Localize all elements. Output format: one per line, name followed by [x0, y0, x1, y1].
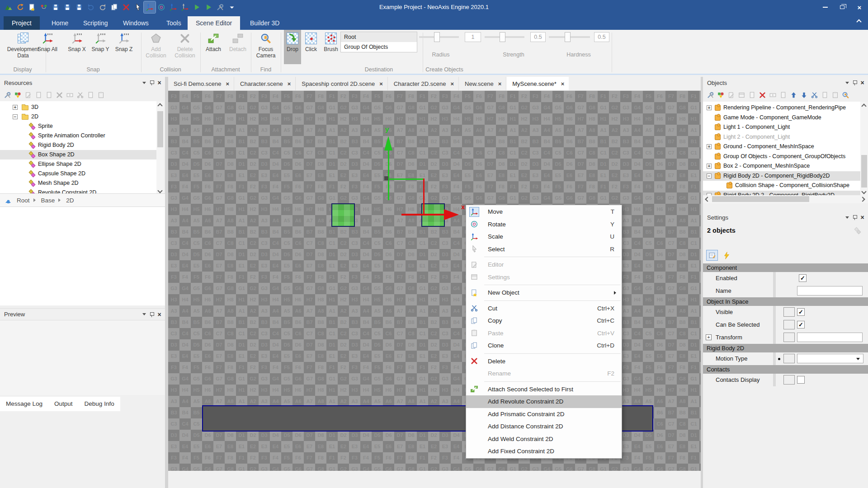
document-tab[interactable]: MyScene.scene*× [506, 77, 569, 90]
objects-tree-item[interactable]: +Box 2 - Component_MeshInSpace [703, 161, 860, 171]
delete-icon[interactable] [120, 1, 132, 13]
menu-item-add-weld-constraint-2d[interactable]: Add Weld Constraint 2D [466, 433, 622, 446]
close-tab-icon[interactable]: × [288, 80, 291, 87]
menu-item-copy[interactable]: CopyCtrl+C [466, 314, 622, 327]
redo-icon[interactable] [97, 1, 108, 13]
menu-item-cut[interactable]: CutCtrl+X [466, 302, 622, 315]
document-tab[interactable]: Spaceship control 2D.scene× [296, 77, 387, 90]
expand-icon[interactable]: + [706, 334, 712, 340]
objects-tree-item[interactable]: −Rigid Body 2D - Component_RigidBody2D [703, 171, 860, 181]
expand-icon[interactable]: + [707, 164, 712, 169]
menu-item-delete[interactable]: Delete [466, 355, 622, 368]
objects-tree-item[interactable]: −Rigid Body 2D 2 - Component_RigidBody2D [703, 191, 860, 196]
menu-item-rotate[interactable]: RotateY [466, 218, 622, 231]
link-icon[interactable] [38, 1, 50, 13]
undo-icon[interactable] [85, 1, 97, 13]
ribbon-tab-builder-3d[interactable]: Builder 3D [242, 16, 288, 30]
delete-icon[interactable] [757, 90, 768, 100]
menu-item-clone[interactable]: CloneCtrl+D [466, 339, 622, 352]
snap-all-button[interactable]: Snap All [35, 31, 60, 64]
settings-dropdown-icon[interactable] [843, 214, 851, 221]
expand-icon[interactable]: + [707, 144, 712, 149]
menu-item-scale[interactable]: ScaleU [466, 230, 622, 243]
settings-wrench-icon[interactable] [705, 90, 716, 100]
objects-pin-icon[interactable] [851, 79, 859, 87]
resources-tree-item[interactable]: Revolute Constraint 2D [0, 188, 156, 193]
radius-value[interactable]: 1 [465, 32, 481, 42]
run-icon[interactable] [203, 1, 214, 13]
search-icon[interactable] [840, 90, 851, 100]
expand-icon[interactable]: + [707, 105, 712, 110]
component-icon[interactable] [716, 90, 726, 100]
resources-tree-item[interactable]: +3D [0, 103, 156, 112]
expand-icon[interactable]: + [13, 105, 18, 110]
resources-close-icon[interactable]: × [156, 79, 163, 87]
refresh-icon[interactable] [14, 1, 26, 13]
objects-tree-item[interactable]: Game Mode - Component_GameMode [703, 113, 860, 123]
close-tab-icon[interactable]: × [498, 80, 502, 87]
move-up-icon[interactable] [788, 90, 799, 100]
default-value-box[interactable] [783, 354, 795, 363]
objects-vscrollbar[interactable] [860, 102, 868, 195]
close-button[interactable]: × [851, 0, 868, 14]
save-as-icon[interactable] [73, 1, 85, 13]
default-value-box[interactable] [783, 333, 795, 342]
close-tab-icon[interactable]: × [379, 80, 383, 87]
hardness-value[interactable]: 0.5 [594, 32, 609, 42]
save-icon[interactable] [50, 1, 61, 13]
objects-tree-item[interactable]: Collision Shape - Component_CollisionSha… [703, 181, 860, 191]
settings-wrench-icon[interactable] [2, 90, 13, 100]
focus-camera-button[interactable]: Focus Camera [251, 31, 280, 64]
preview-dropdown-icon[interactable] [140, 310, 148, 318]
document-tab[interactable]: Sci-fi Demo.scene× [168, 77, 234, 90]
strength-slider-thumb[interactable] [500, 32, 505, 42]
up-level-icon[interactable] [5, 197, 11, 203]
breadcrumb-item[interactable]: Base [41, 197, 55, 204]
tools-icon[interactable] [214, 1, 226, 13]
collapse-icon[interactable]: − [13, 114, 18, 119]
strength-value[interactable]: 0.5 [530, 32, 546, 42]
close-tab-icon[interactable]: × [450, 80, 454, 87]
snap-x-button[interactable]: Snap X [66, 31, 88, 64]
resources-tree-item[interactable]: Box Shape 2D [0, 150, 156, 160]
document-tab[interactable]: New.scene× [459, 77, 506, 90]
resources-file-list[interactable] [0, 207, 165, 305]
ribbon-tab-home[interactable]: Home [43, 16, 76, 30]
left-splitter[interactable] [165, 77, 168, 488]
snap-z-button[interactable]: Snap Z [113, 31, 135, 64]
events-tab-icon[interactable] [721, 250, 732, 261]
new-resource-icon[interactable] [26, 1, 38, 13]
breadcrumb-item[interactable]: 2D [66, 197, 74, 204]
menu-item-attach-second-selected-to-first[interactable]: Attach Second Selected to First [466, 383, 622, 396]
ribbon-tab-scene-editor[interactable]: Scene Editor [188, 16, 240, 30]
move-down-icon[interactable] [799, 90, 809, 100]
menu-item-add-prismatic-constraint-2d[interactable]: Add Prismatic Constraint 2D [466, 408, 622, 421]
destination-list[interactable]: RootGroup Of Objects [340, 32, 417, 52]
objects-tree-item[interactable]: Light 2 - Component_Light [703, 132, 860, 142]
minimize-button[interactable] [816, 0, 834, 14]
resources-tree-item[interactable]: −2D [0, 112, 156, 122]
collapse-icon[interactable]: − [707, 174, 712, 178]
duplicate-icon[interactable] [108, 1, 120, 13]
bottom-tab-debug-info[interactable]: Debug Info [79, 397, 120, 411]
preview-pin-icon[interactable] [148, 310, 156, 318]
bottom-tab-output[interactable]: Output [48, 397, 79, 411]
objects-hscrollbar[interactable] [703, 195, 868, 203]
resources-pin-icon[interactable] [148, 79, 156, 87]
radius-slider-thumb[interactable] [434, 32, 440, 42]
transform-field[interactable] [797, 333, 863, 342]
menu-item-add-distance-constraint-2d[interactable]: Add Distance Constraint 2D [466, 420, 622, 433]
name-field[interactable] [797, 286, 863, 296]
brush-button[interactable]: Brush [321, 31, 341, 64]
close-tab-icon[interactable]: × [226, 80, 229, 87]
contacts-display-checkbox[interactable] [797, 376, 805, 384]
logo-icon[interactable] [3, 1, 14, 13]
restore-button[interactable] [834, 0, 851, 14]
gizmo-y-axis[interactable] [388, 149, 389, 200]
snap-y-button[interactable]: Snap Y [90, 31, 111, 64]
resources-scrollbar[interactable] [156, 101, 164, 193]
transform-tool-icon[interactable] [179, 1, 191, 13]
resources-tree-item[interactable]: Mesh Shape 2D [0, 178, 156, 188]
breadcrumb-item[interactable]: Root [17, 197, 30, 204]
enabled-checkbox[interactable]: ✓ [799, 274, 807, 282]
